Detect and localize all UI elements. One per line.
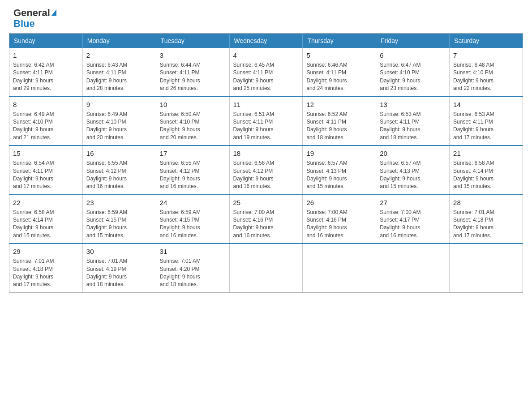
day-info: Sunrise: 6:59 AM Sunset: 4:15 PM Dayligh… — [86, 209, 152, 240]
calendar-cell — [450, 244, 523, 292]
day-number: 2 — [86, 51, 152, 60]
day-number: 29 — [13, 247, 79, 256]
calendar-cell: 29Sunrise: 7:01 AM Sunset: 4:18 PM Dayli… — [9, 244, 83, 292]
day-number: 8 — [13, 100, 79, 109]
day-number: 9 — [86, 100, 152, 109]
calendar-cell — [229, 244, 303, 292]
logo-blue-text: Blue — [13, 19, 35, 29]
calendar-week-1: 1Sunrise: 6:42 AM Sunset: 4:11 PM Daylig… — [9, 48, 523, 97]
day-info: Sunrise: 6:43 AM Sunset: 4:11 PM Dayligh… — [86, 61, 152, 93]
day-info: Sunrise: 6:52 AM Sunset: 4:11 PM Dayligh… — [306, 111, 372, 142]
calendar-cell: 26Sunrise: 7:00 AM Sunset: 4:16 PM Dayli… — [303, 195, 376, 244]
day-info: Sunrise: 6:46 AM Sunset: 4:11 PM Dayligh… — [306, 61, 372, 93]
calendar-cell: 3Sunrise: 6:44 AM Sunset: 4:11 PM Daylig… — [156, 48, 229, 97]
day-number: 14 — [453, 100, 519, 109]
calendar-cell: 14Sunrise: 6:53 AM Sunset: 4:11 PM Dayli… — [450, 97, 523, 146]
day-number: 11 — [233, 100, 299, 109]
day-number: 10 — [160, 100, 226, 109]
calendar-cell: 21Sunrise: 6:58 AM Sunset: 4:14 PM Dayli… — [450, 146, 523, 195]
calendar-cell: 12Sunrise: 6:52 AM Sunset: 4:11 PM Dayli… — [303, 97, 376, 146]
day-info: Sunrise: 7:00 AM Sunset: 4:17 PM Dayligh… — [380, 209, 446, 240]
calendar-cell: 5Sunrise: 6:46 AM Sunset: 4:11 PM Daylig… — [303, 48, 376, 97]
day-number: 13 — [380, 100, 446, 109]
weekday-header-thursday: Thursday — [303, 34, 376, 48]
day-info: Sunrise: 6:53 AM Sunset: 4:11 PM Dayligh… — [453, 111, 519, 142]
logo-triangle-icon — [51, 9, 56, 16]
calendar-cell: 13Sunrise: 6:53 AM Sunset: 4:11 PM Dayli… — [376, 97, 450, 146]
day-number: 27 — [380, 198, 446, 207]
calendar-cell: 4Sunrise: 6:45 AM Sunset: 4:11 PM Daylig… — [229, 48, 303, 97]
day-info: Sunrise: 6:51 AM Sunset: 4:11 PM Dayligh… — [233, 111, 299, 142]
calendar-week-3: 15Sunrise: 6:54 AM Sunset: 4:11 PM Dayli… — [9, 146, 523, 195]
calendar-week-2: 8Sunrise: 6:49 AM Sunset: 4:10 PM Daylig… — [9, 97, 523, 146]
calendar-cell: 16Sunrise: 6:55 AM Sunset: 4:12 PM Dayli… — [82, 146, 156, 195]
calendar-cell: 8Sunrise: 6:49 AM Sunset: 4:10 PM Daylig… — [9, 97, 83, 146]
day-info: Sunrise: 6:49 AM Sunset: 4:10 PM Dayligh… — [13, 111, 79, 142]
day-number: 1 — [13, 51, 79, 60]
day-info: Sunrise: 6:54 AM Sunset: 4:11 PM Dayligh… — [13, 159, 79, 191]
day-number: 23 — [86, 198, 152, 207]
day-info: Sunrise: 6:55 AM Sunset: 4:12 PM Dayligh… — [160, 159, 226, 191]
calendar-cell: 23Sunrise: 6:59 AM Sunset: 4:15 PM Dayli… — [82, 195, 156, 244]
calendar-cell: 25Sunrise: 7:00 AM Sunset: 4:16 PM Dayli… — [229, 195, 303, 244]
day-number: 25 — [233, 198, 299, 207]
day-number: 31 — [160, 247, 226, 256]
day-info: Sunrise: 6:53 AM Sunset: 4:11 PM Dayligh… — [380, 111, 446, 142]
calendar-cell: 30Sunrise: 7:01 AM Sunset: 4:19 PM Dayli… — [82, 244, 156, 292]
day-number: 28 — [453, 198, 519, 207]
day-info: Sunrise: 6:57 AM Sunset: 4:13 PM Dayligh… — [306, 159, 372, 191]
day-info: Sunrise: 7:01 AM Sunset: 4:18 PM Dayligh… — [453, 209, 519, 240]
day-number: 26 — [306, 198, 372, 207]
weekday-header-row: SundayMondayTuesdayWednesdayThursdayFrid… — [9, 34, 523, 48]
calendar-week-5: 29Sunrise: 7:01 AM Sunset: 4:18 PM Dayli… — [9, 244, 523, 292]
day-number: 3 — [160, 51, 226, 60]
calendar-week-4: 22Sunrise: 6:58 AM Sunset: 4:14 PM Dayli… — [9, 195, 523, 244]
calendar-cell: 31Sunrise: 7:01 AM Sunset: 4:20 PM Dayli… — [156, 244, 229, 292]
day-number: 19 — [306, 149, 372, 158]
day-info: Sunrise: 7:00 AM Sunset: 4:16 PM Dayligh… — [306, 209, 372, 240]
weekday-header-friday: Friday — [376, 34, 450, 48]
day-number: 22 — [13, 198, 79, 207]
day-number: 12 — [306, 100, 372, 109]
day-info: Sunrise: 6:57 AM Sunset: 4:13 PM Dayligh… — [380, 159, 446, 191]
day-number: 5 — [306, 51, 372, 60]
day-info: Sunrise: 6:42 AM Sunset: 4:11 PM Dayligh… — [13, 61, 79, 93]
calendar-cell: 1Sunrise: 6:42 AM Sunset: 4:11 PM Daylig… — [9, 48, 83, 97]
day-number: 21 — [453, 149, 519, 158]
calendar-cell: 28Sunrise: 7:01 AM Sunset: 4:18 PM Dayli… — [450, 195, 523, 244]
day-info: Sunrise: 6:58 AM Sunset: 4:14 PM Dayligh… — [13, 209, 79, 240]
calendar-cell: 17Sunrise: 6:55 AM Sunset: 4:12 PM Dayli… — [156, 146, 229, 195]
day-number: 18 — [233, 149, 299, 158]
calendar-cell: 6Sunrise: 6:47 AM Sunset: 4:10 PM Daylig… — [376, 48, 450, 97]
logo-general-text: General — [13, 8, 50, 18]
calendar-cell: 18Sunrise: 6:56 AM Sunset: 4:12 PM Dayli… — [229, 146, 303, 195]
day-number: 24 — [160, 198, 226, 207]
weekday-header-sunday: Sunday — [9, 34, 83, 48]
calendar-cell: 2Sunrise: 6:43 AM Sunset: 4:11 PM Daylig… — [82, 48, 156, 97]
day-info: Sunrise: 6:56 AM Sunset: 4:12 PM Dayligh… — [233, 159, 299, 191]
weekday-header-monday: Monday — [82, 34, 156, 48]
calendar-cell: 22Sunrise: 6:58 AM Sunset: 4:14 PM Dayli… — [9, 195, 83, 244]
calendar-cell: 15Sunrise: 6:54 AM Sunset: 4:11 PM Dayli… — [9, 146, 83, 195]
day-info: Sunrise: 6:47 AM Sunset: 4:10 PM Dayligh… — [380, 61, 446, 93]
day-info: Sunrise: 7:01 AM Sunset: 4:19 PM Dayligh… — [86, 257, 152, 289]
calendar-cell — [303, 244, 376, 292]
day-number: 20 — [380, 149, 446, 158]
page-header: General Blue — [0, 0, 532, 33]
weekday-header-tuesday: Tuesday — [156, 34, 229, 48]
logo: General Blue — [13, 8, 56, 29]
day-info: Sunrise: 6:58 AM Sunset: 4:14 PM Dayligh… — [453, 159, 519, 191]
day-number: 6 — [380, 51, 446, 60]
calendar-cell: 10Sunrise: 6:50 AM Sunset: 4:10 PM Dayli… — [156, 97, 229, 146]
calendar-cell: 27Sunrise: 7:00 AM Sunset: 4:17 PM Dayli… — [376, 195, 450, 244]
day-number: 15 — [13, 149, 79, 158]
calendar-cell: 9Sunrise: 6:49 AM Sunset: 4:10 PM Daylig… — [82, 97, 156, 146]
calendar-cell: 11Sunrise: 6:51 AM Sunset: 4:11 PM Dayli… — [229, 97, 303, 146]
calendar-table: SundayMondayTuesdayWednesdayThursdayFrid… — [9, 33, 523, 293]
day-number: 4 — [233, 51, 299, 60]
day-info: Sunrise: 7:01 AM Sunset: 4:18 PM Dayligh… — [13, 257, 79, 289]
day-info: Sunrise: 6:44 AM Sunset: 4:11 PM Dayligh… — [160, 61, 226, 93]
day-info: Sunrise: 6:45 AM Sunset: 4:11 PM Dayligh… — [233, 61, 299, 93]
weekday-header-wednesday: Wednesday — [229, 34, 303, 48]
day-number: 7 — [453, 51, 519, 60]
